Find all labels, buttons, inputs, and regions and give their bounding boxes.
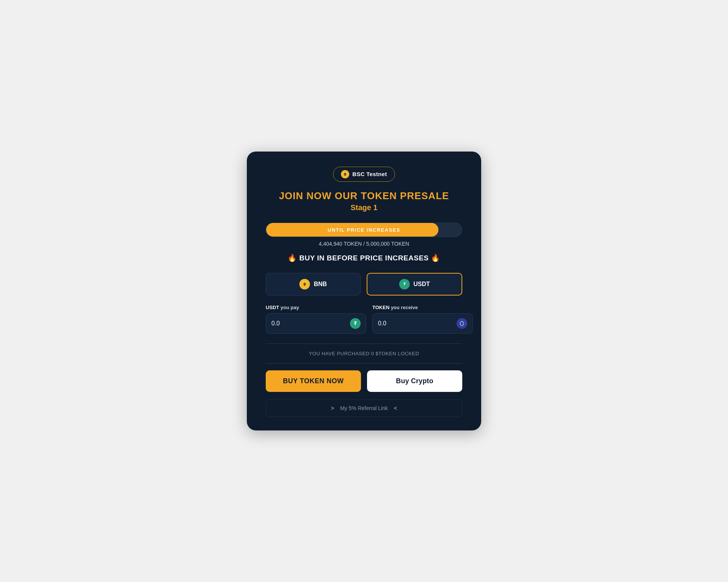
- receive-input-group: TOKEN you receive: [372, 305, 473, 334]
- purchased-text: YOU HAVE PURCHASED 0 $TOKEN LOCKED: [309, 351, 419, 356]
- buy-token-button[interactable]: BUY TOKEN NOW: [266, 370, 361, 392]
- presale-title: JOIN NOW OUR TOKEN PRESALE: [279, 190, 449, 202]
- bnb-button-label: BNB: [314, 281, 327, 288]
- input-row: USDT you pay ₮ TOKEN you receive: [266, 305, 462, 334]
- network-badge[interactable]: BSC Testnet: [333, 167, 395, 182]
- usdt-button-label: USDT: [414, 281, 430, 288]
- bnb-currency-button[interactable]: BNB: [266, 273, 361, 296]
- svg-text:₮: ₮: [354, 321, 357, 326]
- divider-1: [266, 344, 462, 344]
- referral-section[interactable]: > My 5% Referral Link <: [266, 399, 462, 417]
- pay-input[interactable]: [271, 320, 347, 327]
- token-progress-text: 4,404,940 TOKEN / 5,000,000 TOKEN: [266, 241, 462, 247]
- receive-input[interactable]: [378, 320, 454, 327]
- network-badge-label: BSC Testnet: [352, 171, 387, 177]
- bnb-network-icon: [341, 170, 349, 178]
- progress-section: UNTIL PRICE INCREASES 4,404,940 TOKEN / …: [266, 223, 462, 249]
- receive-token-icon: [457, 318, 467, 329]
- progress-bar-fill: [266, 223, 438, 237]
- svg-text:₮: ₮: [403, 282, 406, 286]
- pay-usdt-icon: ₮: [350, 318, 361, 329]
- usdt-currency-button[interactable]: ₮ USDT: [367, 273, 462, 296]
- progress-bar-outer: UNTIL PRICE INCREASES: [266, 223, 462, 237]
- divider-2: [266, 363, 462, 364]
- svg-point-1: [300, 280, 309, 288]
- buy-before-cta: 🔥 BUY IN BEFORE PRICE INCREASES 🔥: [288, 254, 440, 262]
- referral-text: My 5% Referral Link: [340, 405, 388, 411]
- referral-arrow-right: <: [394, 405, 397, 411]
- action-buttons-row: BUY TOKEN NOW Buy Crypto: [266, 370, 462, 392]
- presale-stage: Stage 1: [350, 203, 377, 212]
- pay-label: USDT you pay: [266, 305, 366, 310]
- svg-point-6: [457, 318, 467, 329]
- usdt-coin-icon: ₮: [399, 279, 410, 289]
- receive-label: TOKEN you receive: [372, 305, 473, 310]
- currency-buttons-row: BNB ₮ USDT: [266, 273, 462, 296]
- referral-arrow-left: >: [331, 405, 334, 411]
- buy-crypto-button[interactable]: Buy Crypto: [367, 370, 462, 392]
- pay-input-group: USDT you pay ₮: [266, 305, 366, 334]
- presale-card: BSC Testnet JOIN NOW OUR TOKEN PRESALE S…: [247, 152, 481, 430]
- pay-input-wrapper: ₮: [266, 313, 366, 334]
- bnb-coin-icon: [299, 279, 310, 289]
- svg-point-0: [341, 170, 349, 178]
- receive-input-wrapper: [372, 313, 473, 334]
